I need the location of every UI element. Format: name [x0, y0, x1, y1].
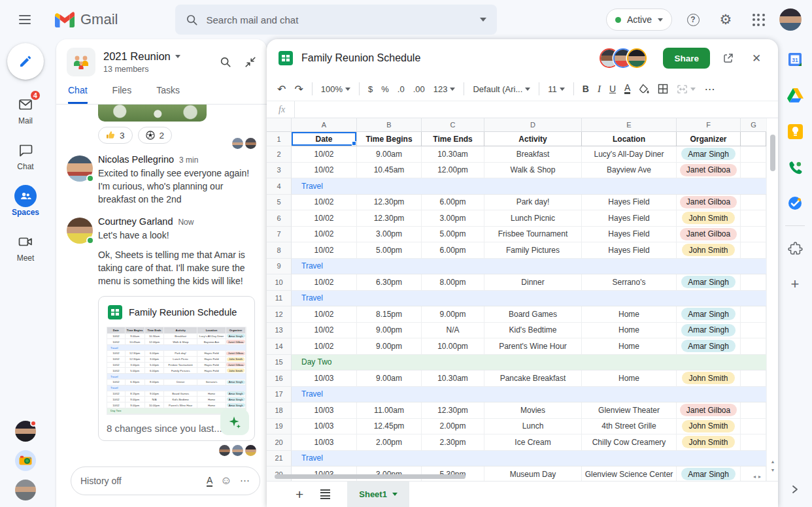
grid-cell[interactable]: Amar Singh: [677, 306, 741, 323]
grid-cell[interactable]: 2.30pm: [422, 434, 484, 451]
grid-cell[interactable]: [741, 306, 766, 323]
tab-chat[interactable]: Chat: [68, 85, 88, 104]
recent-chat-avatar[interactable]: [15, 480, 36, 500]
fill-color-icon[interactable]: [639, 84, 649, 94]
zoom-select[interactable]: 100%: [321, 84, 350, 94]
grid-cell[interactable]: Glenview Science Center: [582, 466, 677, 481]
grid-cell[interactable]: 10/02: [292, 163, 357, 179]
sidebar-item-mail[interactable]: 4 Mail: [0, 95, 51, 125]
more-toolbar-options-icon[interactable]: ⋯: [704, 83, 715, 95]
row-header[interactable]: 18: [267, 402, 292, 419]
text-format-icon[interactable]: A: [207, 476, 212, 487]
search-bar[interactable]: [175, 5, 497, 35]
grid-cell[interactable]: 12.00pm: [422, 163, 484, 179]
search-options-caret-icon[interactable]: [480, 18, 486, 22]
expand-panel-chevron-icon[interactable]: [787, 481, 804, 498]
apps-launcher-button[interactable]: [747, 8, 770, 31]
grid-cell[interactable]: 2.00pm: [422, 419, 484, 435]
column-header-c[interactable]: C: [422, 118, 484, 132]
row-header[interactable]: 19: [267, 419, 292, 435]
row-header[interactable]: 13: [267, 323, 292, 339]
grid-band-row[interactable]: Travel: [292, 291, 766, 307]
sheet-preview-card[interactable]: Family Reunion Schedule DateTime BeginsT…: [98, 296, 255, 441]
grid-band-row[interactable]: Travel: [292, 451, 766, 467]
row-header[interactable]: 9: [267, 259, 292, 275]
grid-cell[interactable]: John Smith: [677, 370, 741, 387]
grid-cell[interactable]: Janet Gilboa: [677, 227, 741, 243]
column-header-f[interactable]: F: [677, 118, 741, 132]
borders-icon[interactable]: [658, 84, 668, 94]
grid-cell[interactable]: [741, 195, 766, 211]
row-header[interactable]: 14: [267, 338, 292, 355]
search-input[interactable]: [206, 14, 472, 25]
row-header[interactable]: 2: [267, 146, 292, 163]
row-header[interactable]: 15: [267, 355, 292, 371]
row-header[interactable]: 16: [267, 370, 292, 387]
font-select[interactable]: Default (Ari...: [473, 84, 530, 94]
vertical-scrollbar[interactable]: ▲ ▼: [766, 118, 778, 481]
get-add-ons-icon[interactable]: +: [787, 276, 804, 293]
row-header[interactable]: 8: [267, 242, 292, 259]
grid-cell[interactable]: 9.00pm: [357, 338, 422, 355]
grid-cell[interactable]: Janet Gilboa: [677, 163, 741, 179]
grid-cell[interactable]: 10/02: [292, 306, 357, 323]
decrease-decimal-button[interactable]: .0: [398, 84, 405, 94]
grid-cell[interactable]: Time Ends: [422, 132, 484, 146]
grid-cell[interactable]: 8.00pm: [422, 274, 484, 291]
grid-cell[interactable]: 2.00pm: [357, 434, 422, 451]
row-header[interactable]: 17: [267, 387, 292, 403]
grid-cell[interactable]: 9.00am: [357, 146, 422, 163]
grid-cell[interactable]: 10/03: [292, 402, 357, 419]
grid-cell[interactable]: 11.00am: [357, 402, 422, 419]
grid-cell[interactable]: 10/02: [292, 210, 357, 227]
column-header-e[interactable]: E: [582, 118, 677, 132]
grid-cell[interactable]: [741, 338, 766, 355]
grid-cell[interactable]: John Smith: [677, 242, 741, 259]
grid-cell[interactable]: [741, 434, 766, 451]
grid-cell[interactable]: Janet Gilboa: [677, 402, 741, 419]
grid-cell[interactable]: [741, 163, 766, 179]
grid-cell[interactable]: 6.30pm: [357, 274, 422, 291]
reaction-thumbs-up[interactable]: 3: [98, 127, 133, 144]
grid-cell[interactable]: Walk & Shop: [484, 163, 582, 179]
grid-band-row[interactable]: Day Two: [292, 355, 766, 371]
grid-cell[interactable]: Amar Singh: [677, 274, 741, 291]
google-keep-icon[interactable]: [787, 123, 804, 140]
recent-chat-avatar[interactable]: [15, 421, 36, 442]
grid-cell[interactable]: Serrano's: [582, 274, 677, 291]
underline-button[interactable]: U: [609, 84, 616, 94]
column-header-a[interactable]: A: [292, 118, 357, 132]
grid-cell[interactable]: [741, 323, 766, 339]
tab-tasks[interactable]: Tasks: [156, 85, 180, 104]
formula-bar[interactable]: fx: [267, 101, 778, 118]
grid-cell[interactable]: [741, 227, 766, 243]
grid-cell[interactable]: [741, 370, 766, 387]
space-name-menu[interactable]: 2021 Reunion: [103, 50, 212, 63]
grid-cell[interactable]: 10/03: [292, 434, 357, 451]
grid-cell[interactable]: 10.00pm: [422, 338, 484, 355]
grid-cell[interactable]: Board Games: [484, 306, 582, 323]
grid-cell[interactable]: Bayview Ave: [582, 163, 677, 179]
redo-icon[interactable]: ↷: [294, 83, 303, 95]
grid-cell[interactable]: Time Begins: [357, 132, 422, 146]
grid-cell[interactable]: Park day!: [484, 195, 582, 211]
column-header-b[interactable]: B: [357, 118, 422, 132]
grid-cell[interactable]: Amar Singh: [677, 338, 741, 355]
sidebar-item-meet[interactable]: Meet: [0, 233, 51, 263]
row-header[interactable]: 10: [267, 274, 292, 291]
main-menu-icon[interactable]: [12, 7, 38, 33]
grid-cell[interactable]: John Smith: [677, 210, 741, 227]
grid-cell[interactable]: Amar Singh: [677, 466, 741, 481]
grid-cell[interactable]: Breakfast: [484, 146, 582, 163]
grid-cell[interactable]: Glenview Theater: [582, 402, 677, 419]
grid-cell[interactable]: Home: [582, 338, 677, 355]
row-header[interactable]: 3: [267, 163, 292, 179]
message-input-container[interactable]: A ☺ ⋯: [71, 466, 260, 495]
grid-cell[interactable]: 3.00pm: [422, 210, 484, 227]
space-avatar[interactable]: [67, 48, 95, 76]
row-header[interactable]: 1: [267, 132, 292, 146]
vertical-scroll-thumb[interactable]: [770, 135, 775, 171]
font-size-select[interactable]: 11: [548, 84, 565, 94]
add-sheet-icon[interactable]: +: [296, 487, 303, 502]
row-header[interactable]: 4: [267, 178, 292, 195]
